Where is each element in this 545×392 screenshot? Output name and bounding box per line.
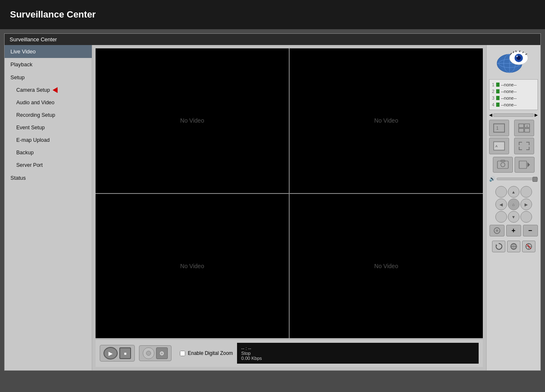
ptz-down[interactable]: ▼ bbox=[508, 211, 520, 223]
single-view-btn[interactable]: 1 bbox=[489, 120, 509, 136]
digital-zoom-label: Enable Digital Zoom bbox=[188, 350, 233, 356]
scroll-track[interactable] bbox=[493, 113, 534, 117]
ptz-up[interactable]: ▲ bbox=[508, 186, 520, 198]
video-area: No Video No Video No Video No Video ▶ ■ bbox=[92, 45, 486, 370]
right-panel: 1 --none-- 2 --none-- 3 --none-- 4 bbox=[486, 45, 540, 370]
svg-text:A: A bbox=[495, 144, 498, 148]
full-view-btn[interactable]: A bbox=[489, 138, 509, 154]
digital-zoom-checkbox[interactable] bbox=[180, 351, 185, 356]
ptz-grid: ▲ ◀ ⌂ ▶ ▼ bbox=[495, 186, 532, 223]
svg-point-24 bbox=[496, 229, 498, 232]
svg-rect-11 bbox=[519, 124, 524, 128]
status-bitrate: 0.00 Kbps bbox=[241, 356, 474, 361]
ptz-zoom-out[interactable]: − bbox=[523, 225, 538, 236]
sidebar-item-status[interactable]: Status bbox=[5, 171, 92, 184]
ptz-right[interactable]: ▶ bbox=[520, 199, 532, 210]
main-container: Surveillance Center Live Video Playback … bbox=[4, 33, 541, 371]
status-display: -- : -- Stop 0.00 Kbps bbox=[237, 343, 479, 364]
camera-item-2: 2 --none-- bbox=[491, 88, 536, 95]
app-title: Surveillance Center bbox=[10, 9, 96, 20]
quad-view-btn[interactable]: 4 bbox=[514, 120, 534, 136]
cam-indicator-4 bbox=[496, 103, 500, 107]
sidebar-item-setup[interactable]: Setup bbox=[5, 71, 92, 84]
playback-controls: ▶ ■ bbox=[100, 345, 135, 362]
camera-item-4: 4 --none-- bbox=[491, 101, 536, 108]
expand-view-btn[interactable] bbox=[514, 138, 534, 154]
video-cell-1: No Video bbox=[96, 48, 289, 193]
sidebar-item-server-port[interactable]: Server Port bbox=[5, 159, 92, 171]
eye-logo bbox=[493, 48, 535, 77]
svg-rect-9 bbox=[494, 124, 505, 132]
refresh-btn[interactable] bbox=[492, 241, 505, 252]
scroll-left[interactable]: ◀ bbox=[489, 113, 492, 117]
bottom-controls: ▶ ■ ⚙ Enable Digital Zoom -- : bbox=[96, 339, 483, 367]
bottom-icon-row bbox=[492, 241, 535, 252]
sidebar-item-live-video[interactable]: Live Video bbox=[5, 45, 92, 58]
connect-btn[interactable] bbox=[507, 241, 520, 252]
sidebar-item-event-setup[interactable]: Event Setup bbox=[5, 121, 92, 134]
video-grid: No Video No Video No Video No Video bbox=[96, 48, 483, 338]
ptz-preset-btn[interactable] bbox=[489, 225, 505, 236]
stop-button[interactable]: ■ bbox=[119, 347, 131, 359]
cam-indicator-2 bbox=[496, 89, 500, 93]
volume-slider[interactable] bbox=[497, 178, 538, 180]
volume-control: 🔊 bbox=[489, 176, 538, 182]
camera-setup-arrow bbox=[53, 87, 58, 93]
cam-indicator-3 bbox=[496, 96, 500, 100]
svg-rect-18 bbox=[497, 161, 508, 168]
sidebar-item-playback[interactable]: Playback bbox=[5, 58, 92, 71]
sidebar-item-audio-video[interactable]: Audio and Video bbox=[5, 96, 92, 109]
content-area: Live Video Playback Setup Camera Setup A… bbox=[5, 45, 540, 370]
app-header: Surveillance Center bbox=[0, 0, 545, 29]
disconnect-btn[interactable] bbox=[522, 241, 535, 252]
ptz-left[interactable]: ◀ bbox=[495, 199, 507, 210]
camera-list: 1 --none-- 2 --none-- 3 --none-- 4 bbox=[489, 79, 538, 110]
ptz-downright[interactable] bbox=[520, 211, 532, 223]
video-cell-2: No Video bbox=[290, 48, 483, 193]
volume-thumb[interactable] bbox=[532, 177, 537, 182]
video-cell-3: No Video bbox=[96, 194, 289, 339]
sidebar-item-backup[interactable]: Backup bbox=[5, 146, 92, 159]
status-state: Stop bbox=[241, 351, 474, 356]
record-controls: ⚙ bbox=[139, 345, 172, 361]
svg-text:4: 4 bbox=[526, 125, 528, 128]
title-bar: Surveillance Center bbox=[5, 34, 540, 45]
sidebar-item-recording-setup[interactable]: Recording Setup bbox=[5, 109, 92, 121]
camera-item-3: 3 --none-- bbox=[491, 95, 536, 101]
ptz-controls: ▲ ◀ ⌂ ▶ ▼ bbox=[489, 186, 538, 236]
ptz-downleft[interactable] bbox=[495, 211, 507, 223]
svg-text:1: 1 bbox=[496, 126, 499, 131]
video-cell-4: No Video bbox=[290, 194, 483, 339]
sidebar-item-emap-upload[interactable]: E-map Upload bbox=[5, 134, 92, 146]
ptz-zoom-in[interactable]: + bbox=[506, 225, 521, 236]
sidebar: Live Video Playback Setup Camera Setup A… bbox=[5, 45, 92, 370]
svg-rect-14 bbox=[525, 128, 530, 132]
ptz-upleft[interactable] bbox=[495, 186, 507, 198]
svg-rect-13 bbox=[519, 128, 524, 132]
svg-rect-21 bbox=[519, 161, 527, 168]
status-time: -- : -- bbox=[241, 346, 474, 351]
ptz-home[interactable]: ⌂ bbox=[508, 199, 520, 210]
scroll-right[interactable]: ▶ bbox=[535, 113, 538, 117]
ptz-zoom-row: + − bbox=[489, 225, 538, 236]
digital-zoom-area: Enable Digital Zoom bbox=[180, 350, 233, 356]
settings-button[interactable]: ⚙ bbox=[156, 347, 168, 359]
extra-view-buttons bbox=[489, 157, 538, 173]
snapshot-btn[interactable] bbox=[493, 157, 513, 173]
camera-item-1: 1 --none-- bbox=[491, 81, 536, 88]
ptz-upright[interactable] bbox=[520, 186, 532, 198]
volume-icon: 🔊 bbox=[489, 176, 495, 182]
window-title: Surveillance Center bbox=[10, 36, 57, 43]
view-buttons: 1 4 A bbox=[489, 120, 538, 154]
svg-marker-25 bbox=[496, 244, 497, 246]
record-button[interactable] bbox=[143, 347, 154, 359]
play-button[interactable]: ▶ bbox=[103, 347, 118, 359]
sidebar-item-camera-setup[interactable]: Camera Setup bbox=[5, 84, 92, 96]
surveillance-logo bbox=[494, 49, 533, 76]
record-view-btn[interactable] bbox=[515, 157, 535, 173]
svg-marker-22 bbox=[527, 162, 530, 167]
scroll-bar: ◀ ▶ bbox=[489, 113, 538, 117]
svg-point-19 bbox=[501, 163, 505, 167]
svg-point-8 bbox=[516, 55, 518, 57]
cam-indicator-1 bbox=[496, 83, 500, 87]
